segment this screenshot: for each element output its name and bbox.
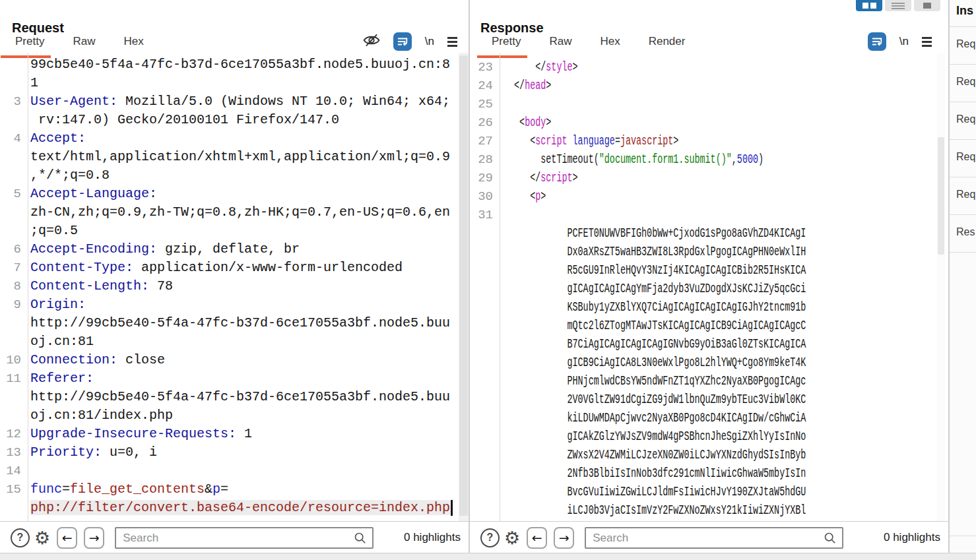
line-number: [470, 427, 493, 446]
code-line: ZWxsX2V4ZWMiLCJzeXN0ZW0iLCJwYXNzdGhydSIs…: [504, 446, 806, 464]
settings-gear-icon[interactable]: ⚙: [504, 529, 520, 547]
code-row: ,*/*;q=0.8: [0, 166, 469, 185]
editor-menu-icon[interactable]: [447, 35, 457, 49]
inspector-title: Ins: [956, 4, 973, 18]
code-line: </style>: [504, 58, 578, 77]
hide-nonprinting-icon[interactable]: [363, 32, 380, 51]
search-prev-button[interactable]: ←: [57, 527, 77, 549]
code-line: Content-Type: application/x-www-form-url…: [30, 259, 403, 277]
code-row: PCFET0NUWVBFIGh0bWw+CjxodG1sPgo8aGVhZD4K…: [470, 224, 948, 243]
code-row: 25: [470, 95, 948, 113]
word-wrap-icon[interactable]: [868, 32, 886, 51]
code-row: http://99cb5e40-5f4a-47fc-b37d-6ce17055a…: [0, 314, 469, 332]
request-search-box: [115, 527, 374, 549]
layout-rows-button[interactable]: [885, 0, 911, 11]
code-line: zh-CN,zh;q=0.9,zh-TW;q=0.8,zh-HK;q=0.7,e…: [30, 203, 450, 222]
line-number: 26: [470, 113, 493, 132]
newline-chars-icon[interactable]: \n: [899, 35, 909, 48]
help-icon[interactable]: ?: [11, 528, 30, 547]
help-icon[interactable]: ?: [480, 528, 500, 547]
code-row: PHNjcmlwdCBsYW5ndWFnZT1qYXZhc2NyaXB0Pgog…: [470, 372, 948, 390]
line-number: [470, 243, 493, 261]
code-line: Priority: u=0, i: [30, 443, 157, 462]
request-scrollbar-thumb[interactable]: [459, 55, 468, 516]
code-line: B7CiAgICAgICAgICAgIGNvbG9yOiB3aGl0ZTsKIC…: [504, 335, 806, 354]
code-row: 7Content-Type: application/x-www-form-ur…: [0, 259, 469, 277]
search-input[interactable]: [591, 528, 818, 549]
highlights-count: 0 highlights: [884, 531, 940, 544]
code-line: Upgrade-Insecure-Requests: 1: [30, 425, 252, 443]
line-number: 30: [470, 187, 493, 206]
code-line: Connection: close: [30, 351, 165, 369]
search-input[interactable]: [121, 528, 348, 549]
code-line: php://filter/convert.base64-encode/resou…: [30, 499, 453, 517]
inspector-panel: Ins ReqReqReqReqReqRes: [948, 0, 976, 560]
line-number: [470, 280, 493, 298]
line-number: [470, 261, 493, 280]
code-line: PCFET0NUWVBFIGh0bWw+CjxodG1sPgo8aGVhZD4K…: [504, 224, 806, 243]
tab-pretty[interactable]: Pretty: [492, 34, 521, 53]
line-number: [0, 166, 21, 185]
inspector-section[interactable]: Req: [950, 102, 976, 139]
response-search-box: [585, 527, 843, 549]
inspector-section[interactable]: Req: [950, 177, 976, 214]
code-row: 1: [0, 74, 469, 92]
layout-single-button[interactable]: [914, 0, 940, 11]
response-scrollbar-thumb[interactable]: [938, 137, 944, 255]
tab-raw[interactable]: Raw: [549, 34, 571, 53]
search-icon: [824, 532, 837, 545]
window-bottom-strip: [0, 553, 976, 560]
code-line: mQtc2l6ZTogMTAwJTsKICAgICAgICB9CiAgICAgI…: [504, 317, 806, 335]
line-number: [470, 354, 493, 372]
settings-gear-icon[interactable]: ⚙: [34, 529, 50, 547]
response-editor[interactable]: 23 </style>24 </head>2526 <body>27 <scri…: [470, 53, 948, 521]
tab-render[interactable]: Render: [649, 34, 686, 53]
code-line: Accept:: [30, 129, 86, 148]
code-row: 13Priority: u=0, i: [0, 443, 469, 462]
line-number: 8: [0, 277, 21, 296]
code-row: 2Nfb3BlbiIsInNob3dfc291cmNlIiwicGhwaW5mb…: [470, 464, 948, 483]
tab-hex[interactable]: Hex: [600, 34, 620, 53]
inspector-divider: [950, 252, 976, 253]
newline-chars-icon[interactable]: \n: [425, 35, 434, 48]
tab-raw[interactable]: Raw: [73, 34, 95, 53]
inspector-section-label: Req: [956, 151, 975, 163]
inspector-section-label: Req: [956, 189, 975, 201]
inspector-section[interactable]: Req: [950, 139, 976, 177]
code-row: 31: [470, 206, 948, 224]
code-line: kiLDUwMDApCjwvc2NyaXB0Pgo8cD4KICAgIDw/cG…: [504, 409, 806, 427]
inspector-section[interactable]: Req: [950, 64, 976, 102]
search-prev-button[interactable]: ←: [527, 527, 547, 549]
code-line: 99cb5e40-5f4a-47fc-b37d-6ce17055a3bf.nod…: [30, 55, 450, 74]
line-number: 3: [0, 92, 21, 111]
code-line: 2Nfb3BlbiIsInNob3dfc291cmNlIiwicGhwaW5mb…: [504, 464, 806, 483]
code-row: B7CiAgICAgICAgICAgIGNvbG9yOiB3aGl0ZTsKIC…: [470, 335, 948, 354]
inspector-section[interactable]: Req: [950, 26, 976, 64]
line-number: [470, 317, 493, 335]
code-line: 2V0VGltZW91dCgiZG9jdW1lbnQuZm9ybTEuc3Vib…: [504, 390, 806, 409]
code-row: 12Upgrade-Insecure-Requests: 1: [0, 425, 469, 443]
line-number: 31: [470, 206, 493, 224]
code-line: ;q=0.5: [30, 222, 78, 240]
code-row: 29 </script>: [470, 169, 948, 187]
line-number: [0, 148, 21, 166]
search-next-button[interactable]: →: [554, 527, 574, 549]
tab-pretty[interactable]: Pretty: [15, 34, 44, 53]
code-row: 23 </style>: [470, 58, 948, 77]
code-line: Accept-Encoding: gzip, deflate, br: [30, 240, 300, 259]
layout-columns-button[interactable]: [856, 0, 882, 11]
inspector-section-label: Req: [956, 76, 975, 88]
search-next-button[interactable]: →: [84, 527, 104, 549]
code-line: Origin:: [30, 296, 86, 314]
editor-menu-icon[interactable]: [922, 35, 932, 49]
response-scrollbar: [937, 53, 945, 521]
line-number: 5: [0, 185, 21, 203]
code-row: oj.cn:81: [0, 332, 469, 351]
tab-hex[interactable]: Hex: [123, 34, 143, 53]
inspector-section[interactable]: Res: [950, 214, 976, 252]
request-editor[interactable]: 99cb5e40-5f4a-47fc-b37d-6ce17055a3bf.nod…: [0, 53, 469, 521]
line-number: [470, 224, 493, 243]
line-number: [0, 111, 21, 129]
layout-toggle-buttons: [856, 0, 940, 11]
word-wrap-icon[interactable]: [393, 32, 412, 51]
